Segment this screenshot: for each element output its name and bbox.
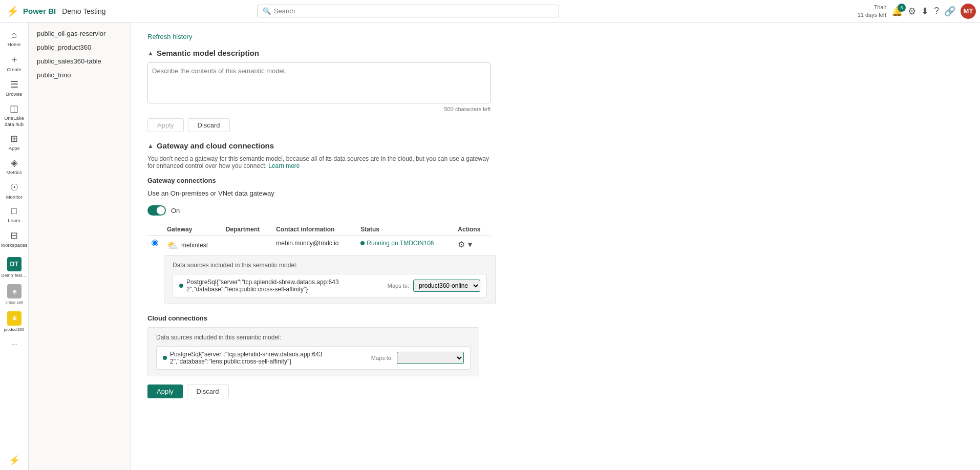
char-count: 500 characters left	[147, 106, 491, 112]
semantic-model-btn-row: Apply Discard	[147, 118, 964, 132]
sidebar-item-onelake[interactable]: ◫ OneLake data hub	[0, 100, 28, 130]
col-department: Department	[222, 224, 272, 236]
bottom-apply-button[interactable]: Apply	[147, 384, 183, 398]
cloud-datasource-left: PostgreSql{"server":"tcp.splendid-shrew.…	[163, 351, 324, 365]
sidebar-item-workspaces[interactable]: ⊟ Workspaces	[0, 227, 28, 251]
sidebar-item-label: OneLake data hub	[0, 115, 28, 127]
notif-count: 6	[898, 4, 906, 12]
sidebar-item-home[interactable]: ⌂ Home	[0, 27, 28, 50]
sidebar-item-label: Workspaces	[1, 242, 27, 248]
gateway-dropdown-button[interactable]: ▾	[468, 240, 472, 249]
notifications-button[interactable]: 🔔 6	[891, 6, 903, 17]
datasource-maps-select[interactable]: product360-online product360-test produc…	[413, 280, 480, 292]
sidebar-item-create[interactable]: ＋ Create	[0, 50, 28, 75]
share-icon[interactable]: 🔗	[944, 6, 955, 17]
gateway-datasources-box: Data sources included in this semantic m…	[164, 255, 496, 304]
gateway-toggle-switch[interactable]	[147, 205, 166, 216]
sidebar-item-label: Learn	[8, 218, 20, 223]
left-panel-item-oil-gas[interactable]: public_oil-gas-reservior	[29, 27, 131, 40]
gateway-name-cell: ⛅ mebintest	[167, 240, 218, 251]
semantic-model-title: Semantic model description	[157, 49, 259, 57]
gateway-info-text: You don't need a gateway for this semant…	[147, 155, 491, 169]
workspace-icon-cs: ⊞	[7, 284, 22, 298]
left-panel-item-product360[interactable]: public_product360	[29, 40, 131, 54]
cloud-datasources-box: Data sources included in this semantic m…	[147, 327, 479, 376]
browse-icon: ☰	[10, 79, 18, 90]
gateway-datasources-title: Data sources included in this semantic m…	[173, 262, 487, 269]
semantic-discard-button[interactable]: Discard	[188, 118, 230, 132]
user-avatar[interactable]: MT	[961, 4, 976, 19]
cloud-datasource-status-dot	[163, 356, 167, 360]
onelake-icon: ◫	[10, 103, 18, 114]
datasource-text: PostgreSql{"server":"tcp.splendid-shrew.…	[186, 279, 340, 293]
gateway-radio-mebintest[interactable]	[152, 240, 158, 246]
sidebar-workspace-product360[interactable]: ⊞ product360	[4, 308, 24, 335]
sidebar-item-apps[interactable]: ⊞ Apps	[0, 130, 28, 154]
cloud-datasource-maps-select[interactable]: product360-online	[397, 352, 464, 364]
semantic-model-textarea[interactable]	[147, 62, 491, 103]
sidebar-item-label: Monitor	[6, 194, 23, 200]
gateway-toggle-row: Use an On-premises or VNet data gateway	[147, 189, 964, 197]
gateway-actions: ⚙ ▾	[458, 240, 486, 249]
trial-info: Trial: 11 days left	[858, 4, 886, 18]
semantic-apply-button[interactable]: Apply	[147, 118, 184, 132]
search-bar[interactable]: 🔍	[257, 5, 559, 17]
left-panel-item-sales360[interactable]: public_sales360-table	[29, 54, 131, 68]
gateway-table: Gateway Department Contact information S…	[147, 224, 491, 255]
sidebar-more-button[interactable]: ···	[0, 337, 28, 354]
workspace-icon-demo: DT	[7, 257, 22, 271]
sidebar-item-metrics[interactable]: ◈ Metrics	[0, 154, 28, 178]
gateway-datasource-row: PostgreSql{"server":"tcp.splendid-shrew.…	[173, 274, 487, 297]
search-input[interactable]	[274, 7, 553, 15]
topbar-brand: Power BI	[23, 7, 56, 15]
sidebar-item-label: Home	[8, 41, 20, 47]
settings-icon[interactable]: ⚙	[908, 6, 916, 17]
cloud-maps-to-label: Maps to:	[371, 355, 393, 361]
left-panel: public_oil-gas-reservior public_product3…	[29, 23, 131, 470]
workspaces-icon: ⊟	[10, 230, 18, 241]
gateway-toggle-switch-row: On	[147, 205, 964, 216]
gateway-section: ▲ Gateway and cloud connections You don'…	[147, 141, 964, 398]
col-status: Status	[356, 224, 454, 236]
main-content: ⌂ Home ＋ Create ☰ Browse ◫ OneLake data …	[0, 23, 980, 470]
help-icon[interactable]: ?	[934, 6, 939, 16]
semantic-toggle-icon[interactable]: ▲	[147, 50, 154, 57]
col-gateway-name: Gateway	[163, 224, 222, 236]
gateway-connections-title: Gateway connections	[147, 177, 964, 184]
gateway-toggle-icon[interactable]: ▲	[147, 142, 154, 149]
gateway-settings-button[interactable]: ⚙	[458, 240, 465, 249]
sidebar-item-monitor[interactable]: ☉ Monitor	[0, 179, 28, 203]
cloud-connections-title: Cloud connections	[147, 314, 964, 322]
sidebar-item-browse[interactable]: ☰ Browse	[0, 76, 28, 100]
sidebar-workspace-demo-testing[interactable]: DT Demo Testing	[2, 254, 27, 281]
maps-to-label: Maps to:	[388, 283, 409, 289]
left-panel-item-trino[interactable]: public_trino	[29, 68, 131, 82]
col-actions: Actions	[454, 224, 491, 236]
more-icon: ···	[11, 340, 17, 348]
sidebar-workspace-cross-sell[interactable]: ⊞ cross-sell	[6, 281, 23, 308]
bottom-discard-button[interactable]: Discard	[187, 384, 229, 398]
sidebar-item-learn[interactable]: □ Learn	[0, 203, 28, 226]
gateway-department	[222, 236, 272, 255]
refresh-history-link[interactable]: Refresh history	[147, 33, 964, 40]
status-running-dot	[360, 241, 365, 245]
datasource-maps-to: Maps to: product360-online product360-te…	[388, 280, 480, 292]
learn-icon: □	[11, 206, 17, 217]
learn-more-link[interactable]: Learn more	[268, 162, 300, 169]
content-area: Refresh history ▲ Semantic model descrip…	[131, 23, 980, 470]
cloud-connections-section: Cloud connections Data sources included …	[147, 314, 964, 376]
topbar-workspace: Demo Testing	[62, 7, 105, 15]
gateway-status: Running on TMDCIN106	[360, 240, 450, 247]
metrics-icon: ◈	[11, 157, 18, 168]
apps-icon: ⊞	[10, 133, 18, 144]
gateway-row: ⛅ mebintest mebin.moncy@tmdc.io Running …	[147, 236, 491, 255]
topbar-actions: Trial: 11 days left 🔔 6 ⚙ ⬇ ? 🔗 MT	[858, 4, 976, 19]
gateway-toggle-description: Use an On-premises or VNet data gateway	[147, 189, 274, 197]
sidebar: ⌂ Home ＋ Create ☰ Browse ◫ OneLake data …	[0, 23, 29, 470]
gateway-contact: mebin.moncy@tmdc.io	[272, 236, 356, 255]
download-icon[interactable]: ⬇	[921, 6, 929, 17]
sidebar-item-label: Browse	[6, 91, 23, 97]
sidebar-item-label: Create	[7, 67, 22, 72]
col-contact: Contact information	[272, 224, 356, 236]
sidebar-item-label: Metrics	[6, 169, 22, 175]
